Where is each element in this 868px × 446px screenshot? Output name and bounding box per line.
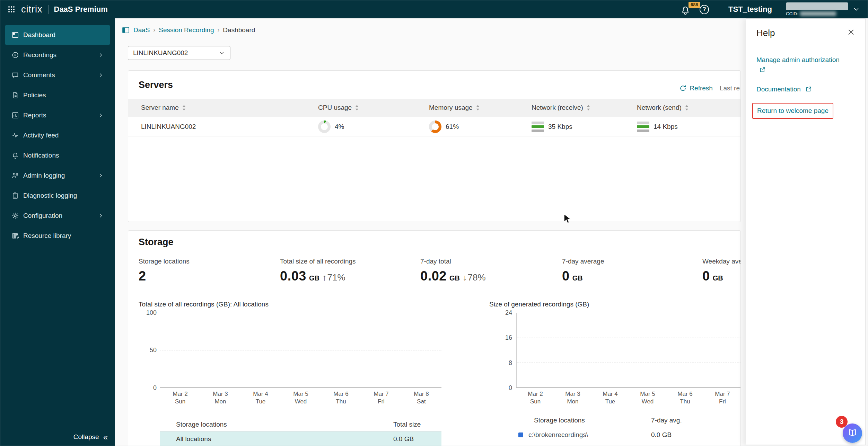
column-header-network-send[interactable]: Network (send)	[634, 104, 740, 112]
servers-card-actions: Refresh Last re	[679, 84, 740, 92]
mini-table-header: Storage locations Total size	[160, 418, 441, 431]
metric-value: 0.03	[280, 269, 306, 284]
ccid-value-redacted	[800, 11, 836, 16]
generated-recordings-table: Storage locations 7-day avg. c:\brokenre…	[516, 413, 741, 443]
help-link-manage-admin-authorization[interactable]: Manage admin authorization	[756, 55, 844, 75]
sidebar-item-label: Configuration	[23, 212, 62, 220]
sidebar-item-label: Notifications	[23, 152, 59, 159]
arrow-down-icon: ↓	[463, 273, 467, 283]
notifications-icon	[11, 152, 19, 159]
storage-title: Storage	[139, 237, 174, 248]
x-tick: Mar 3Mon	[200, 390, 240, 405]
activity-feed-icon	[11, 132, 19, 139]
servers-table: Server name CPU usage Memory usage Netwo…	[128, 99, 740, 136]
help-icon[interactable]: ?	[700, 5, 709, 14]
metric-label: Total size of all recordings	[280, 258, 356, 265]
sidebar-item-resource-library[interactable]: Resource library	[5, 226, 110, 246]
y-tick: 24	[494, 309, 512, 316]
sidebar-item-activity-feed[interactable]: Activity feed	[5, 126, 110, 145]
ccid-row: CCID:	[786, 11, 836, 16]
servers-table-header: Server name CPU usage Memory usage Netwo…	[128, 99, 740, 117]
comments-icon	[11, 71, 19, 79]
memory-donut-chart	[429, 121, 441, 133]
generated-recordings-chart: Size of generated recordings (GB) 24 16 …	[489, 301, 741, 408]
panel-toggle-icon[interactable]	[122, 26, 130, 34]
refresh-label: Refresh	[690, 84, 713, 92]
docs-widget-button[interactable]	[843, 423, 862, 443]
metric-label: Weekday avera	[702, 258, 741, 265]
sidebar-item-label: Activity feed	[23, 132, 59, 139]
sidebar-item-reports[interactable]: Reports	[5, 106, 110, 125]
x-tick: Mar 2Sun	[517, 390, 554, 405]
help-link-return-to-welcome-page[interactable]: Return to welcome page	[757, 107, 828, 114]
sidebar-item-admin-logging[interactable]: Admin logging	[5, 166, 110, 185]
sidebar-item-configuration[interactable]: Configuration	[5, 206, 110, 225]
notifications-bell-icon[interactable]: 688	[680, 3, 691, 16]
server-select-dropdown[interactable]: LINLINKUANG002	[128, 46, 230, 60]
dashboard-icon	[11, 31, 19, 39]
sidebar-item-label: Policies	[23, 91, 46, 99]
annotation-highlight-box: Return to welcome page	[752, 103, 833, 119]
notifications-count-badge: 688	[689, 2, 700, 8]
customer-selector[interactable]: CCID:	[786, 2, 848, 16]
column-header-cpu-usage[interactable]: CPU usage	[315, 104, 426, 112]
sidebar-item-policies[interactable]: Policies	[5, 86, 110, 105]
breadcrumb-daas[interactable]: DaaS	[133, 26, 150, 34]
breadcrumb-current: Dashboard	[223, 26, 255, 34]
gridline	[160, 350, 441, 350]
network-receive-cell: 35 Kbps	[529, 122, 634, 132]
help-link-documentation[interactable]: Documentation	[756, 84, 844, 95]
help-panel: Help Manage admin authorization Document…	[746, 18, 866, 445]
metric-value: 0.02	[420, 269, 447, 284]
column-header-network-receive[interactable]: Network (receive)	[529, 104, 634, 112]
column-header-memory-usage[interactable]: Memory usage	[426, 104, 529, 112]
y-tick: 0	[139, 384, 157, 392]
app-launcher-icon[interactable]	[7, 5, 16, 14]
server-row[interactable]: LINLINKUANG002 4% 61% 35 Kbps 14 Kbps	[128, 117, 740, 136]
chevron-down-icon	[218, 50, 225, 56]
network-send-cell: 14 Kbps	[634, 122, 740, 132]
memory-usage-cell: 61%	[426, 121, 529, 133]
sidebar-item-label: Diagnostic logging	[23, 192, 77, 199]
sidebar-item-label: Resource library	[23, 232, 71, 240]
collapse-button[interactable]: Collapse «	[73, 433, 108, 441]
mini-table-row[interactable]: All locations 0.0 GB	[160, 431, 441, 446]
server-select-value: LINLINKUANG002	[133, 49, 188, 57]
cpu-donut-chart	[318, 121, 331, 133]
collapse-chevrons-icon: «	[103, 434, 108, 440]
recordings-icon	[11, 51, 19, 59]
chart-title: Total size of all recordings (GB): All l…	[139, 301, 441, 308]
storage-locations-table: Storage locations Total size All locatio…	[160, 418, 441, 446]
x-tick: Mar 2Sun	[160, 390, 200, 405]
sidebar-item-dashboard[interactable]: Dashboard	[5, 25, 110, 45]
metric-label: Storage locations	[139, 258, 190, 265]
arrow-up-icon: ↑	[322, 273, 327, 283]
series-legend-swatch	[518, 432, 523, 437]
topbar-divider	[48, 5, 49, 14]
sidebar-item-label: Admin logging	[23, 172, 65, 179]
x-tick: Mar 7Fri	[704, 390, 741, 405]
metric-value: 0	[562, 269, 570, 284]
x-tick: Mar 5Wed	[629, 390, 666, 405]
x-tick: Mar 4Tue	[591, 390, 629, 405]
sidebar-item-notifications[interactable]: Notifications	[5, 146, 110, 165]
sidebar-item-label: Reports	[23, 112, 46, 119]
sidebar-item-comments[interactable]: Comments	[5, 65, 110, 85]
metric-unit: GB	[713, 274, 723, 282]
breadcrumb-session-recording[interactable]: Session Recording	[159, 26, 214, 34]
sidebar-item-diagnostic-logging[interactable]: Diagnostic logging	[5, 186, 110, 205]
account-name[interactable]: TST_testing	[728, 5, 772, 14]
account-menu-chevron-down-icon[interactable]	[852, 6, 860, 13]
refresh-button[interactable]: Refresh	[679, 84, 713, 92]
close-icon[interactable]	[847, 28, 855, 36]
topbar: citrix DaaS Premium 688 ? TST_testing CC…	[0, 0, 868, 18]
sidebar-item-recordings[interactable]: Recordings	[5, 45, 110, 65]
servers-card: Servers Refresh Last re Server name CPU …	[128, 70, 741, 222]
docs-notification-badge: 3	[836, 416, 848, 428]
mini-table-row[interactable]: c:\brokenrecordings\ 0.0 GB	[516, 427, 741, 443]
metric-7-day-average: 7-day average 0 GB	[562, 258, 604, 284]
product-name: DaaS Premium	[54, 5, 108, 14]
sort-icon	[476, 105, 480, 111]
column-header-server-name[interactable]: Server name	[128, 104, 315, 112]
y-tick: 8	[494, 359, 512, 367]
